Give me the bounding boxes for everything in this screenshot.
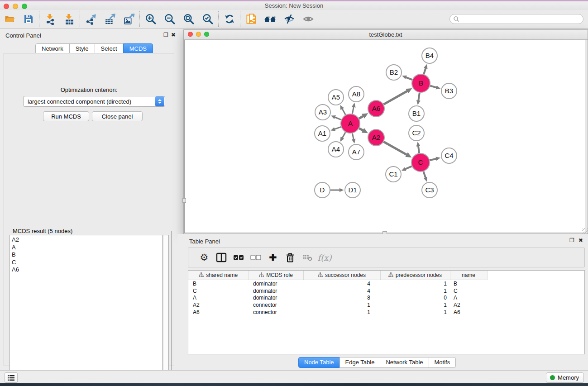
float-table-panel-icon[interactable]: ❐ (569, 237, 574, 243)
table-row[interactable]: A6connector11A6 (188, 309, 585, 316)
close-panel-button[interactable]: Close panel (92, 111, 143, 121)
table-cell[interactable]: 1 (380, 309, 450, 316)
show-details-icon[interactable] (299, 11, 318, 27)
export-table-icon[interactable] (100, 11, 120, 27)
table-cell[interactable]: B (188, 280, 249, 287)
tab-network-table[interactable]: Network Table (380, 357, 429, 368)
table-cell[interactable]: A2 (450, 301, 487, 309)
graph-edge[interactable] (359, 116, 363, 119)
settings-gear-icon[interactable]: ⚙ (196, 250, 213, 265)
table-cell[interactable]: 1 (380, 287, 450, 295)
tab-node-table[interactable]: Node Table (298, 357, 340, 368)
resize-corner[interactable] (582, 228, 588, 234)
graph-edge[interactable] (418, 93, 420, 101)
table-cell[interactable]: A2 (188, 301, 249, 309)
criterion-dropdown[interactable]: largest connected component (directed) (23, 96, 165, 107)
graph-edge[interactable] (424, 68, 425, 74)
mcds-result-item[interactable]: A2 (12, 236, 162, 244)
search-input[interactable] (459, 14, 583, 24)
zoom-out-icon[interactable] (160, 11, 179, 27)
mcds-result-item[interactable]: C (12, 259, 162, 267)
table-row[interactable]: Bdominator41B (188, 280, 585, 287)
graph-edge[interactable] (384, 142, 407, 155)
table-cell[interactable]: connector (249, 309, 303, 316)
column-header[interactable]: predecessor nodes (380, 271, 450, 280)
column-header[interactable]: name (450, 271, 487, 280)
table-row[interactable]: Cdominator41C (188, 287, 585, 295)
graph-edge[interactable] (430, 86, 436, 88)
open-icon[interactable] (0, 11, 19, 27)
graph-edge[interactable] (352, 107, 354, 114)
graph-edge[interactable] (335, 117, 341, 120)
graph-edge[interactable] (424, 172, 425, 177)
table-cell[interactable]: A6 (450, 309, 487, 316)
graph-edge[interactable] (406, 166, 412, 169)
graph-edge[interactable] (335, 127, 341, 129)
table-row[interactable]: Adominator80A (188, 295, 585, 302)
network-canvas[interactable]: AA1A2A3A4A5A6A7A8BB1B2B3B4CC1C2C3C4DD1 (184, 40, 585, 233)
mcds-result-item[interactable]: A (12, 244, 162, 252)
column-header[interactable]: shared name (188, 271, 249, 280)
import-table-icon[interactable] (60, 11, 79, 27)
new-network-from-selection-icon[interactable] (242, 11, 261, 27)
table-cell[interactable]: 1 (303, 301, 380, 309)
graph-edge[interactable] (342, 132, 345, 138)
zoom-fit-icon[interactable] (179, 11, 198, 27)
home-icon[interactable] (261, 11, 280, 27)
table-cell[interactable]: dominator (249, 280, 303, 287)
result-scrollbar[interactable] (163, 235, 169, 383)
table-cell[interactable]: connector (249, 301, 303, 309)
float-panel-icon[interactable]: ❐ (163, 32, 168, 38)
hide-details-icon[interactable] (280, 11, 299, 27)
export-network-icon[interactable] (81, 11, 100, 27)
import-network-icon[interactable] (41, 11, 60, 27)
graph-edge[interactable] (384, 91, 407, 104)
table-cell[interactable]: A (188, 295, 249, 302)
table-cell[interactable]: 0 (380, 295, 450, 302)
show-column-icon[interactable] (213, 250, 230, 265)
table-cell[interactable]: dominator (249, 295, 303, 302)
tab-motifs[interactable]: Motifs (429, 357, 456, 368)
table-cell[interactable]: 4 (303, 280, 380, 287)
column-header[interactable]: MCDS role (249, 271, 303, 280)
tab-edge-table[interactable]: Edge Table (339, 357, 381, 368)
graph-edge[interactable] (352, 133, 354, 139)
table-cell[interactable]: C (188, 287, 249, 295)
table-cell[interactable]: 1 (380, 301, 450, 309)
mcds-result-list[interactable]: A2ABCA6 (10, 235, 163, 383)
network-window-titlebar[interactable]: testGlobe.txt (184, 30, 588, 40)
export-image-icon[interactable] (120, 11, 139, 27)
run-mcds-button[interactable]: Run MCDS (43, 111, 89, 121)
graph-edge[interactable] (406, 77, 412, 80)
graph-edge[interactable] (430, 159, 436, 160)
task-history-button[interactable] (5, 372, 18, 383)
delete-row-icon[interactable] (282, 250, 299, 265)
memory-button[interactable]: Memory (546, 372, 584, 383)
mcds-result-item[interactable]: B (12, 251, 162, 259)
table-cell[interactable]: dominator (249, 287, 303, 295)
table-cell[interactable]: 1 (380, 280, 450, 287)
table-cell[interactable]: C (450, 287, 487, 295)
table-row[interactable]: A2connector11A2 (188, 301, 585, 309)
close-table-panel-icon[interactable]: ✖ (578, 237, 583, 243)
table-cell[interactable]: A6 (188, 309, 249, 316)
table-cell[interactable]: B (450, 280, 487, 287)
table-cell[interactable]: 1 (303, 309, 380, 316)
graph-edge[interactable] (342, 109, 345, 114)
table-cell[interactable]: A (450, 295, 487, 302)
graph-edge[interactable] (418, 146, 419, 153)
canvas-grip[interactable] (182, 198, 186, 203)
select-all-icon[interactable] (230, 250, 247, 265)
save-icon[interactable] (19, 11, 38, 27)
search-box[interactable] (449, 14, 583, 24)
refresh-icon[interactable] (220, 11, 239, 27)
zoom-in-icon[interactable] (141, 11, 160, 27)
column-header[interactable]: successor nodes (303, 271, 380, 280)
close-panel-icon[interactable]: ✖ (171, 32, 176, 38)
deselect-all-icon[interactable] (247, 250, 264, 265)
graph-edge[interactable] (359, 129, 363, 131)
zoom-selected-icon[interactable] (198, 11, 217, 27)
node-table[interactable]: shared nameMCDS rolesuccessor nodesprede… (188, 270, 585, 354)
table-cell[interactable]: 8 (303, 295, 380, 302)
add-row-icon[interactable]: ✚ (264, 250, 282, 265)
